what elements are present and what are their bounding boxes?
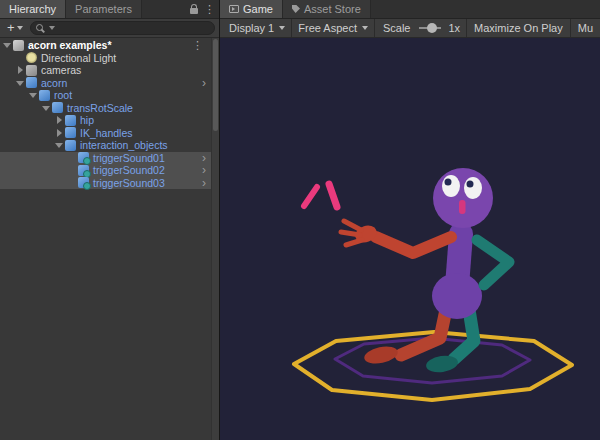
sound-icon xyxy=(78,152,89,163)
foldout-spacer xyxy=(67,177,78,189)
item-label: interaction_objects xyxy=(80,139,168,151)
display-dropdown-label: Display 1 xyxy=(229,22,274,34)
hierarchy-item-triggersound01[interactable]: triggerSound01› xyxy=(0,152,211,165)
scale-label: Scale xyxy=(375,19,413,37)
plus-icon: + xyxy=(7,21,15,34)
hierarchy-item-root[interactable]: root xyxy=(0,89,211,102)
character-eye-right xyxy=(464,177,482,199)
scale-value: 1x xyxy=(448,19,466,37)
prefab-icon xyxy=(26,77,37,88)
tab-asset-store[interactable]: Asset Store xyxy=(283,0,371,18)
lock-icon[interactable] xyxy=(190,8,198,14)
item-label: acorn xyxy=(41,77,67,89)
prefab-icon xyxy=(65,140,76,151)
hierarchy-item-hip[interactable]: hip xyxy=(0,114,211,127)
scrollbar-thumb[interactable] xyxy=(213,39,218,131)
cube-icon xyxy=(26,65,37,76)
character-arm-teal xyxy=(477,240,509,285)
foldout-arrow-icon[interactable] xyxy=(54,139,65,151)
maximize-on-play-button[interactable]: Maximize On Play xyxy=(466,19,570,37)
mute-audio-button[interactable]: Mu xyxy=(570,19,600,37)
hierarchy-item-triggersound02[interactable]: triggerSound02› xyxy=(0,164,211,177)
foldout-spacer xyxy=(15,52,26,64)
search-filter-caret-icon[interactable] xyxy=(49,26,55,30)
foldout-arrow-icon[interactable] xyxy=(54,127,65,139)
foldout-arrow-icon[interactable] xyxy=(15,77,26,89)
display-dropdown[interactable]: Display 1 xyxy=(223,19,291,37)
sound-icon xyxy=(78,177,89,188)
hierarchy-item-acorn-examples[interactable]: acorn examples*⋮ xyxy=(0,39,211,52)
aspect-dropdown-label: Free Aspect xyxy=(298,22,357,34)
kebab-menu-icon[interactable]: ⋮ xyxy=(192,39,211,52)
foldout-arrow-icon[interactable] xyxy=(54,114,65,126)
game-panel: Game Asset Store Display 1 Free Aspect S… xyxy=(220,0,600,440)
unity-editor-window: Hierarchy Parameters ⋮ + acorn ex xyxy=(0,0,600,440)
hierarchy-scrollbar[interactable] xyxy=(211,38,219,440)
create-object-button[interactable]: + xyxy=(4,22,26,34)
chevron-right-icon[interactable]: › xyxy=(202,77,211,89)
kebab-menu-icon[interactable]: ⋮ xyxy=(204,4,215,15)
scale-slider-knob[interactable] xyxy=(427,23,437,33)
character-head xyxy=(433,168,493,228)
game-viewport xyxy=(220,38,600,440)
item-label: root xyxy=(54,89,72,101)
hierarchy-item-cameras[interactable]: cameras xyxy=(0,64,211,77)
hierarchy-item-ik-handles[interactable]: IK_handles xyxy=(0,127,211,140)
chevron-right-icon[interactable]: › xyxy=(202,164,211,176)
foldout-spacer xyxy=(67,152,78,164)
tab-label: Game xyxy=(243,3,273,15)
hierarchy-tree: acorn examples*⋮Directional Lightcameras… xyxy=(0,38,219,440)
tab-game[interactable]: Game xyxy=(220,0,283,18)
tab-parameters[interactable]: Parameters xyxy=(66,0,142,18)
chevron-down-icon xyxy=(362,26,368,30)
hierarchy-tabstrip: Hierarchy Parameters ⋮ xyxy=(0,0,219,19)
chevron-down-icon xyxy=(279,26,285,30)
item-label: cameras xyxy=(41,64,81,76)
character-pupil-right xyxy=(467,181,474,188)
light-icon xyxy=(26,52,37,63)
chevron-right-icon[interactable]: › xyxy=(202,177,211,189)
hierarchy-search-input[interactable] xyxy=(30,21,215,35)
character-arm-red xyxy=(376,237,451,253)
tab-hierarchy[interactable]: Hierarchy xyxy=(0,0,66,18)
character-pupil-left xyxy=(445,179,452,186)
foldout-arrow-icon[interactable] xyxy=(41,102,52,114)
item-label: acorn examples* xyxy=(28,39,111,51)
hierarchy-item-triggersound03[interactable]: triggerSound03› xyxy=(0,177,211,190)
item-label: triggerSound03 xyxy=(93,177,165,189)
sound-icon xyxy=(78,165,89,176)
chevron-right-icon[interactable]: › xyxy=(202,152,211,164)
tab-label: Parameters xyxy=(75,3,132,15)
item-label: IK_handles xyxy=(80,127,133,139)
game-tabstrip: Game Asset Store xyxy=(220,0,600,19)
character-eye-left xyxy=(442,175,460,197)
hierarchy-item-interaction-objects[interactable]: interaction_objects xyxy=(0,139,211,152)
item-label: hip xyxy=(80,114,94,126)
item-label: Directional Light xyxy=(41,52,116,64)
prefab-icon xyxy=(65,115,76,126)
chevron-down-icon xyxy=(17,26,23,30)
hierarchy-toolbar: + xyxy=(0,19,219,38)
foldout-arrow-icon[interactable] xyxy=(28,89,39,101)
item-label: triggerSound02 xyxy=(93,164,165,176)
foldout-arrow-icon[interactable] xyxy=(2,39,13,51)
item-label: transRotScale xyxy=(67,102,133,114)
game-view-toolbar: Display 1 Free Aspect Scale 1x Maximize … xyxy=(220,19,600,38)
tab-label: Hierarchy xyxy=(9,3,56,15)
hierarchy-panel: Hierarchy Parameters ⋮ + acorn ex xyxy=(0,0,220,440)
foldout-spacer xyxy=(67,164,78,176)
foldout-arrow-icon[interactable] xyxy=(15,64,26,76)
prefab-icon xyxy=(65,127,76,138)
hierarchy-item-acorn[interactable]: acorn› xyxy=(0,77,211,90)
emphasis-marks xyxy=(304,184,337,207)
prefab-icon xyxy=(39,90,50,101)
tab-label: Asset Store xyxy=(304,3,361,15)
maximize-on-play-label: Maximize On Play xyxy=(474,22,563,34)
character-hips xyxy=(432,273,482,319)
search-icon xyxy=(36,23,46,33)
hierarchy-item-directional-light[interactable]: Directional Light xyxy=(0,52,211,65)
prefab-icon xyxy=(52,102,63,113)
aspect-dropdown[interactable]: Free Aspect xyxy=(292,19,374,37)
hierarchy-item-transrotscale[interactable]: transRotScale xyxy=(0,102,211,115)
scale-slider[interactable] xyxy=(419,27,441,29)
